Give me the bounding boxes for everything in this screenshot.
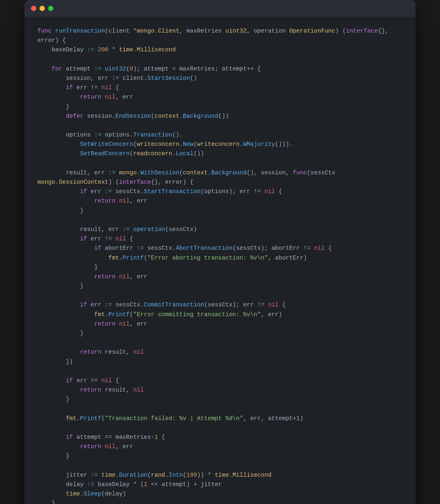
code-editor[interactable]: func runTransaction(client *mongo.Client… [24, 17, 416, 504]
maximize-button[interactable] [48, 6, 53, 11]
close-button[interactable] [31, 6, 36, 11]
minimize-button[interactable] [40, 6, 45, 11]
titlebar [24, 0, 416, 17]
editor-window: func runTransaction(client *mongo.Client… [24, 0, 416, 504]
